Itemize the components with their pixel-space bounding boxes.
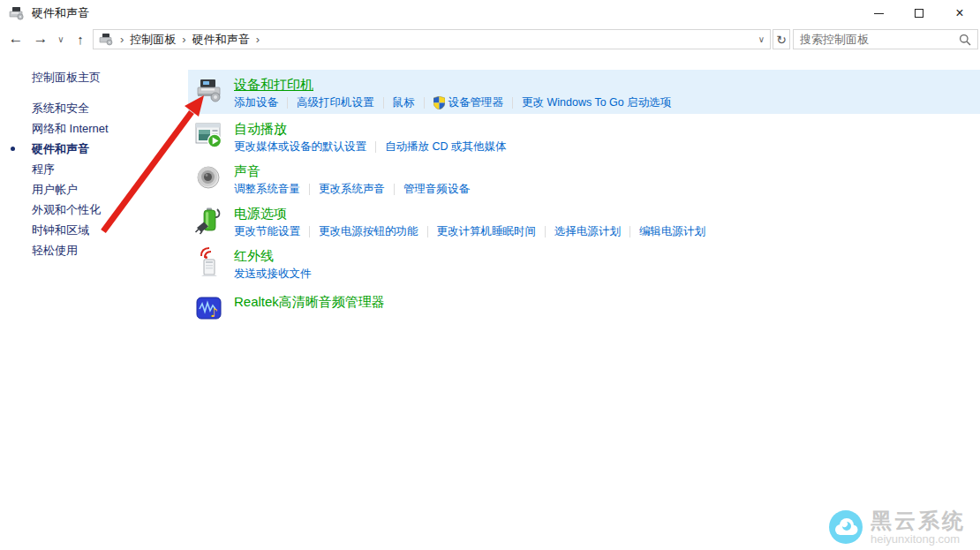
infrared-icon[interactable] (193, 247, 225, 279)
category-title-infrared[interactable]: 红外线 (234, 247, 274, 264)
sidebar-item-appearance-personalization[interactable]: 外观和个性化 (0, 200, 188, 220)
link-send-receive-files[interactable]: 发送或接收文件 (234, 267, 312, 282)
window-controls: × (858, 0, 980, 26)
category-title-sound[interactable]: 声音 (234, 162, 260, 179)
sidebar: 控制面板主页 系统和安全 网络和 Internet 硬件和声音 程序 用户帐户 … (0, 51, 188, 550)
link-change-power-saving[interactable]: 更改节能设置 (234, 224, 300, 239)
back-button[interactable]: ← (5, 26, 26, 51)
address-dropdown-icon[interactable]: ∨ (758, 34, 765, 44)
category-sound: 声音 调整系统音量 更改系统声音 管理音频设备 (188, 156, 980, 199)
link-choose-power-plan[interactable]: 选择电源计划 (554, 224, 621, 239)
divider (424, 97, 425, 109)
svg-text:♪: ♪ (210, 305, 218, 320)
link-edit-power-plan[interactable]: 编辑电源计划 (639, 224, 705, 239)
category-links: 发送或接收文件 (234, 267, 312, 282)
category-links: 调整系统音量 更改系统声音 管理音频设备 (234, 182, 470, 197)
realtek-audio-icon[interactable]: ♪ (193, 293, 225, 325)
breadcrumb-chevron-icon[interactable]: › (256, 33, 260, 46)
category-title-devices-printers[interactable]: 设备和打印机 (234, 76, 313, 93)
recent-pages-dropdown[interactable]: ∨ (53, 26, 69, 51)
divider (309, 226, 310, 237)
autoplay-icon[interactable] (193, 120, 225, 152)
forward-icon: → (34, 30, 49, 48)
cloud-logo-icon (828, 509, 863, 545)
breadcrumb-control-panel[interactable]: 控制面板 (130, 32, 176, 48)
sidebar-item-clock-region[interactable]: 时钟和区域 (0, 220, 188, 240)
link-change-default-media-settings[interactable]: 更改媒体或设备的默认设置 (234, 139, 366, 154)
search-input[interactable] (794, 30, 959, 49)
address-bar[interactable]: › 控制面板 › 硬件和声音 › ∨ (93, 29, 771, 49)
link-device-manager[interactable]: 设备管理器 (449, 95, 504, 110)
uac-shield-icon (433, 96, 445, 109)
link-adjust-system-volume[interactable]: 调整系统音量 (234, 182, 300, 197)
battery-power-icon[interactable] (193, 205, 225, 237)
link-change-system-sounds[interactable]: 更改系统声音 (319, 182, 385, 197)
link-windows-to-go[interactable]: 更改 Windows To Go 启动选项 (522, 95, 671, 110)
window-title: 硬件和声音 (32, 5, 89, 21)
sidebar-item-network-internet[interactable]: 网络和 Internet (0, 118, 188, 139)
title-bar: 硬件和声音 × (0, 0, 980, 26)
category-devices-printers: 设备和打印机 添加设备 高级打印机设置 鼠标 (188, 70, 980, 114)
watermark-name: 黑云系统 (871, 510, 966, 531)
sidebar-item-system-security[interactable]: 系统和安全 (0, 98, 188, 118)
divider (427, 226, 428, 237)
divider (375, 141, 376, 153)
link-autoplay-cd[interactable]: 自动播放 CD 或其他媒体 (385, 139, 507, 154)
divider (383, 97, 384, 109)
speaker-icon[interactable] (193, 162, 225, 194)
breadcrumb-chevron-icon[interactable]: › (120, 33, 124, 46)
divider (394, 184, 395, 195)
watermark-url: heiyunxitong.com (871, 533, 966, 545)
category-infrared: 红外线 发送或接收文件 (188, 241, 980, 283)
category-autoplay: 自动播放 更改媒体或设备的默认设置 自动播放 CD 或其他媒体 (188, 114, 980, 156)
link-power-button-function[interactable]: 更改电源按钮的功能 (319, 224, 418, 239)
minimize-button[interactable] (858, 0, 899, 26)
category-title-realtek[interactable]: Realtek高清晰音频管理器 (234, 293, 385, 310)
divider (309, 184, 310, 195)
sidebar-item-ease-of-access[interactable]: 轻松使用 (0, 240, 188, 260)
watermark: 黑云系统 heiyunxitong.com (828, 509, 966, 545)
printer-app-icon (9, 6, 25, 20)
chevron-down-icon: ∨ (57, 34, 64, 44)
minimize-icon (874, 13, 884, 14)
divider (629, 226, 630, 237)
refresh-button[interactable]: ↻ (773, 29, 790, 49)
navigation-bar: ← → ∨ ↑ › 控制面板 › 硬件和声音 › ∨ ↻ (0, 26, 980, 51)
search-box (793, 29, 978, 49)
category-links: 更改节能设置 更改电源按钮的功能 更改计算机睡眠时间 选择电源计划 编辑电源计划 (234, 224, 705, 239)
sidebar-item-programs[interactable]: 程序 (0, 159, 188, 179)
close-icon: × (955, 5, 963, 21)
search-icon[interactable] (959, 34, 971, 46)
up-button[interactable]: ↑ (71, 26, 90, 51)
category-title-autoplay[interactable]: 自动播放 (234, 120, 287, 137)
back-icon: ← (9, 30, 24, 48)
link-advanced-printer-setup[interactable]: 高级打印机设置 (297, 95, 374, 110)
sidebar-item-control-panel-home[interactable]: 控制面板主页 (0, 67, 188, 87)
main-content: 设备和打印机 添加设备 高级打印机设置 鼠标 (188, 51, 980, 550)
category-realtek: ♪ Realtek高清晰音频管理器 (188, 287, 980, 322)
active-bullet-icon (11, 147, 15, 151)
maximize-button[interactable] (899, 0, 939, 26)
forward-button[interactable]: → (30, 26, 51, 51)
divider (287, 97, 288, 109)
close-button[interactable]: × (939, 0, 980, 26)
sidebar-item-hardware-sound[interactable]: 硬件和声音 (0, 139, 188, 159)
category-links: 添加设备 高级打印机设置 鼠标 (234, 95, 671, 110)
printer-icon[interactable] (193, 76, 225, 108)
link-change-sleep-time[interactable]: 更改计算机睡眠时间 (437, 224, 537, 239)
breadcrumb-chevron-icon[interactable]: › (182, 33, 185, 46)
category-links: 更改媒体或设备的默认设置 自动播放 CD 或其他媒体 (234, 139, 507, 154)
control-panel-window: 硬件和声音 × ← → ∨ ↑ › 控制面板 › 硬件和声音 › (0, 0, 980, 550)
link-mouse[interactable]: 鼠标 (393, 95, 415, 110)
link-add-device[interactable]: 添加设备 (234, 95, 278, 110)
link-manage-audio-devices[interactable]: 管理音频设备 (403, 182, 470, 197)
maximize-icon (915, 9, 923, 18)
divider (512, 97, 513, 109)
category-power-options: 电源选项 更改节能设置 更改电源按钮的功能 更改计算机睡眠时间 选择电源计划 编… (188, 199, 980, 241)
up-arrow-icon: ↑ (77, 32, 84, 47)
sidebar-item-user-accounts[interactable]: 用户帐户 (0, 179, 188, 200)
category-title-power-options[interactable]: 电源选项 (234, 205, 287, 222)
location-printer-icon (99, 33, 114, 46)
breadcrumb-hardware-sound[interactable]: 硬件和声音 (192, 32, 250, 48)
refresh-icon: ↻ (776, 33, 787, 47)
